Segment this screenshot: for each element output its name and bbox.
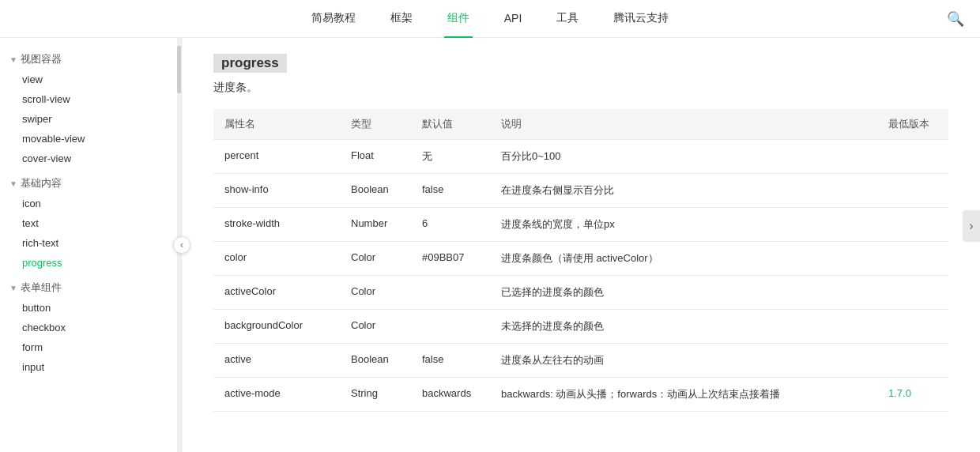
cell-version	[877, 208, 948, 242]
cell-type: String	[340, 378, 411, 412]
sidebar-item-movable-view[interactable]: movable-view	[0, 129, 181, 149]
props-table: 属性名 类型 默认值 说明 最低版本 percentFloat无百分比0~100…	[213, 109, 948, 412]
sidebar-item-form[interactable]: form	[0, 337, 181, 357]
table-row: colorColor#09BB07进度条颜色（请使用 activeColor）	[213, 242, 948, 276]
cell-prop: active	[213, 344, 340, 378]
table-row: show-infoBooleanfalse在进度条右侧显示百分比	[213, 174, 948, 208]
cell-default: #09BB07	[411, 242, 490, 276]
section-form-label: 表单组件	[21, 281, 62, 295]
sidebar-item-button[interactable]: button	[0, 298, 181, 318]
table-row: percentFloat无百分比0~100	[213, 140, 948, 174]
cell-type: Color	[340, 242, 411, 276]
page-desc: 进度条。	[213, 81, 948, 95]
sidebar-item-icon[interactable]: icon	[0, 194, 181, 213]
cell-desc: 百分比0~100	[490, 140, 877, 174]
table-row: activeBooleanfalse进度条从左往右的动画	[213, 344, 948, 378]
arrow-form-icon: ▼	[9, 284, 17, 292]
sidebar-item-view[interactable]: view	[0, 70, 181, 89]
table-row: stroke-widthNumber6进度条线的宽度，单位px	[213, 208, 948, 242]
nav-item-zujian[interactable]: 组件	[444, 0, 473, 38]
cell-type: Number	[340, 208, 411, 242]
sidebar-item-text[interactable]: text	[0, 213, 181, 233]
sidebar-item-progress[interactable]: progress	[0, 253, 181, 273]
cell-version	[877, 276, 948, 310]
sidebar-item-scroll-view[interactable]: scroll-view	[0, 89, 181, 109]
sidebar-item-input[interactable]: input	[0, 357, 181, 377]
col-header-desc: 说明	[490, 109, 877, 140]
content-area: progress 进度条。 属性名 类型 默认值 说明 最低版本 percent…	[182, 38, 980, 452]
cell-default: false	[411, 344, 490, 378]
cell-prop: color	[213, 242, 340, 276]
nav-item-jianyi[interactable]: 简易教程	[308, 0, 359, 38]
cell-desc: 已选择的进度条的颜色	[490, 276, 877, 310]
cell-prop: percent	[213, 140, 340, 174]
cell-type: Boolean	[340, 344, 411, 378]
cell-type: Color	[340, 276, 411, 310]
table-row: active-modeStringbackwardsbackwards: 动画从…	[213, 378, 948, 412]
arrow-view-icon: ▼	[9, 55, 17, 64]
cell-type: Color	[340, 310, 411, 344]
cell-desc: 进度条从左往右的动画	[490, 344, 877, 378]
cell-type: Float	[340, 140, 411, 174]
search-icon[interactable]: 🔍	[947, 10, 964, 28]
page-title: progress	[213, 54, 287, 73]
cell-prop: active-mode	[213, 378, 340, 412]
cell-default	[411, 310, 490, 344]
sidebar-collapse-button[interactable]: ‹	[173, 236, 190, 254]
col-header-propname: 属性名	[213, 109, 340, 140]
sidebar-item-checkbox[interactable]: checkbox	[0, 318, 181, 337]
cell-version	[877, 174, 948, 208]
sidebar-item-rich-text[interactable]: rich-text	[0, 233, 181, 253]
cell-version	[877, 310, 948, 344]
cell-default: false	[411, 174, 490, 208]
cell-version	[877, 140, 948, 174]
cell-default: backwards	[411, 378, 490, 412]
nav-item-tencent[interactable]: 腾讯云支持	[610, 0, 672, 38]
top-nav: 简易教程 框架 组件 API 工具 腾讯云支持 🔍	[0, 0, 980, 38]
cell-version: 1.7.0	[877, 378, 948, 412]
cell-default	[411, 276, 490, 310]
sidebar: ▼ 视图容器 view scroll-view swiper movable-v…	[0, 38, 182, 452]
right-arrow-icon: ›	[969, 219, 973, 233]
cell-type: Boolean	[340, 174, 411, 208]
cell-default: 无	[411, 140, 490, 174]
collapse-arrow-icon: ‹	[180, 239, 183, 250]
cell-prop: stroke-width	[213, 208, 340, 242]
cell-version	[877, 242, 948, 276]
sidebar-item-swiper[interactable]: swiper	[0, 109, 181, 129]
col-header-default: 默认值	[411, 109, 490, 140]
section-basic-label: 基础内容	[21, 176, 62, 190]
cell-prop: backgroundColor	[213, 310, 340, 344]
cell-desc: backwards: 动画从头播；forwards：动画从上次结束点接着播	[490, 378, 877, 412]
nav-item-kuangjia[interactable]: 框架	[387, 0, 416, 38]
col-header-type: 类型	[340, 109, 411, 140]
arrow-basic-icon: ▼	[9, 179, 17, 188]
nav-item-gongju[interactable]: 工具	[553, 0, 582, 38]
cell-desc: 未选择的进度条的颜色	[490, 310, 877, 344]
sidebar-item-cover-view[interactable]: cover-view	[0, 149, 181, 168]
table-row: backgroundColorColor未选择的进度条的颜色	[213, 310, 948, 344]
cell-prop: activeColor	[213, 276, 340, 310]
table-row: activeColorColor已选择的进度条的颜色	[213, 276, 948, 310]
section-form[interactable]: ▼ 表单组件	[0, 273, 181, 298]
cell-desc: 进度条颜色（请使用 activeColor）	[490, 242, 877, 276]
cell-default: 6	[411, 208, 490, 242]
section-view-container[interactable]: ▼ 视图容器	[0, 46, 181, 70]
section-basic-content[interactable]: ▼ 基础内容	[0, 168, 181, 194]
nav-item-api[interactable]: API	[501, 1, 526, 37]
cell-desc: 进度条线的宽度，单位px	[490, 208, 877, 242]
right-panel-hint[interactable]: ›	[963, 210, 980, 242]
col-header-version: 最低版本	[877, 109, 948, 140]
section-view-label: 视图容器	[21, 52, 62, 66]
cell-version	[877, 344, 948, 378]
cell-prop: show-info	[213, 174, 340, 208]
cell-desc: 在进度条右侧显示百分比	[490, 174, 877, 208]
